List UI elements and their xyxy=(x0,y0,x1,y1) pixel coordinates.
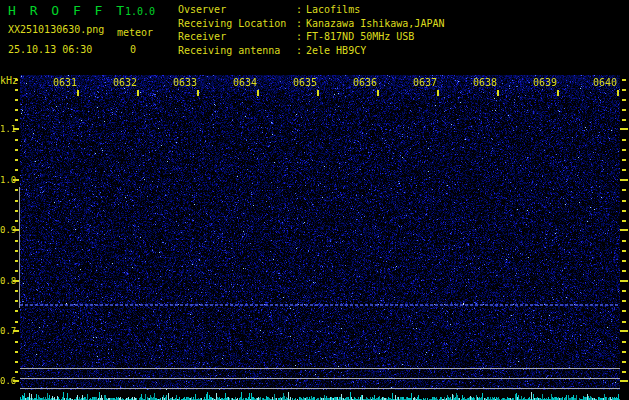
time-axis-label: 0634 xyxy=(232,78,258,88)
freq-minor-tick-right xyxy=(622,200,626,202)
freq-minor-tick-right xyxy=(622,220,626,222)
freq-minor-tick-left xyxy=(15,200,18,202)
freq-minor-tick-right xyxy=(622,300,626,302)
freq-minor-tick-right xyxy=(622,260,626,262)
freq-minor-tick-left xyxy=(15,240,18,242)
freq-minor-tick-right xyxy=(622,159,626,161)
freq-minor-tick-left xyxy=(15,159,18,161)
frame-datetime: 25.10.13 06:30 xyxy=(8,44,92,55)
freq-major-tick-right xyxy=(620,280,628,282)
spectrogram-canvas xyxy=(20,75,620,390)
freq-minor-tick-left xyxy=(15,300,18,302)
carrier-line-3 xyxy=(20,388,620,389)
app-version: 1.0.0 xyxy=(125,6,155,17)
time-minute-tick xyxy=(557,90,559,96)
time-minute-tick xyxy=(257,90,259,96)
freq-major-tick-right xyxy=(620,128,628,130)
time-minute-tick xyxy=(197,90,199,96)
station-info-label: Ovserver xyxy=(178,3,296,17)
time-axis-label: 0631 xyxy=(52,78,78,88)
station-info-value: Kanazawa Ishikawa,JAPAN xyxy=(306,17,444,31)
freq-minor-tick-left xyxy=(15,351,18,353)
time-axis-label: 0637 xyxy=(412,78,438,88)
time-axis-label: 0635 xyxy=(292,78,318,88)
station-info-label: Receiving Location xyxy=(178,17,296,31)
time-minute-tick xyxy=(377,90,379,96)
freq-minor-tick-left xyxy=(15,341,18,343)
carrier-line-2 xyxy=(20,378,620,379)
freq-major-tick-left xyxy=(13,380,19,382)
freq-minor-tick-left xyxy=(15,210,18,212)
freq-minor-tick-left xyxy=(15,310,18,312)
freq-minor-tick-left xyxy=(15,361,18,363)
freq-minor-tick-left xyxy=(15,260,18,262)
noise-level-strip-canvas xyxy=(20,391,621,400)
app-title: H R O F F T xyxy=(8,3,127,18)
freq-minor-tick-right xyxy=(622,240,626,242)
freq-minor-tick-right xyxy=(622,210,626,212)
time-axis-label: 0632 xyxy=(112,78,138,88)
freq-minor-tick-left xyxy=(15,250,18,252)
freq-minor-tick-right xyxy=(622,169,626,171)
time-axis-label: 0640 xyxy=(592,78,618,88)
freq-minor-tick-left xyxy=(15,149,18,151)
hrofft-window: H R O F F T 1.0.0 XX2510130630.png meteo… xyxy=(0,0,629,400)
station-info-separator: : xyxy=(296,17,306,31)
freq-minor-tick-right xyxy=(622,321,626,323)
freq-axis-label: 0.7 xyxy=(0,326,14,336)
freq-minor-tick-right xyxy=(622,109,626,111)
output-filename: XX2510130630.png xyxy=(8,24,104,35)
station-info-row-0: Ovserver:Lacofilms xyxy=(178,3,444,17)
freq-minor-tick-left xyxy=(15,119,18,121)
freq-minor-tick-right xyxy=(622,149,626,151)
freq-major-tick-right xyxy=(620,179,628,181)
freq-minor-tick-left xyxy=(15,189,18,191)
freq-major-tick-right xyxy=(620,380,628,382)
freq-major-tick-left xyxy=(13,280,19,282)
time-minute-tick xyxy=(497,90,499,96)
time-axis-label: 0633 xyxy=(172,78,198,88)
time-minute-tick xyxy=(437,90,439,96)
freq-major-tick-left xyxy=(13,128,19,130)
time-axis-label: 0639 xyxy=(532,78,558,88)
freq-minor-tick-left xyxy=(15,89,18,91)
station-info-value: FT-817ND 50MHz USB xyxy=(306,30,414,44)
left-edge-vertical-marker xyxy=(19,187,20,308)
carrier-line-1 xyxy=(20,368,620,369)
freq-minor-tick-right xyxy=(622,99,626,101)
station-info-row-2: Receiver:FT-817ND 50MHz USB xyxy=(178,30,444,44)
freq-minor-tick-left xyxy=(15,270,18,272)
freq-minor-tick-right xyxy=(622,119,626,121)
freq-minor-tick-right xyxy=(622,79,626,81)
station-info-label: Receiver xyxy=(178,30,296,44)
time-minute-tick xyxy=(137,90,139,96)
freq-minor-tick-left xyxy=(15,139,18,141)
meteor-counter-label: meteor xyxy=(117,27,153,38)
freq-minor-tick-left xyxy=(15,220,18,222)
freq-major-tick-right xyxy=(620,229,628,231)
freq-axis-label: 1.0 xyxy=(0,175,14,185)
freq-major-tick-right xyxy=(620,330,628,332)
freq-minor-tick-right xyxy=(622,310,626,312)
station-info-row-3: Receiving antenna:2ele HB9CY xyxy=(178,44,444,58)
freq-minor-tick-right xyxy=(622,341,626,343)
freq-axis-label: 0.9 xyxy=(0,225,14,235)
station-info-value: Lacofilms xyxy=(306,3,360,17)
freq-minor-tick-right xyxy=(622,139,626,141)
dashed-carrier-line xyxy=(20,304,620,306)
freq-minor-tick-right xyxy=(622,361,626,363)
freq-minor-tick-left xyxy=(15,169,18,171)
freq-minor-tick-left xyxy=(15,321,18,323)
station-info-separator: : xyxy=(296,44,306,58)
station-info-block: Ovserver:LacofilmsReceiving Location:Kan… xyxy=(178,3,444,57)
freq-major-tick-left xyxy=(13,179,19,181)
freq-minor-tick-left xyxy=(15,290,18,292)
freq-minor-tick-right xyxy=(622,270,626,272)
freq-minor-tick-right xyxy=(622,189,626,191)
freq-axis-label: 1.1 xyxy=(0,124,14,134)
freq-minor-tick-right xyxy=(622,89,626,91)
time-minute-tick xyxy=(77,90,79,96)
time-axis-label: 0638 xyxy=(472,78,498,88)
meteor-count-value: 0 xyxy=(130,44,136,55)
freq-major-tick-left xyxy=(13,229,19,231)
